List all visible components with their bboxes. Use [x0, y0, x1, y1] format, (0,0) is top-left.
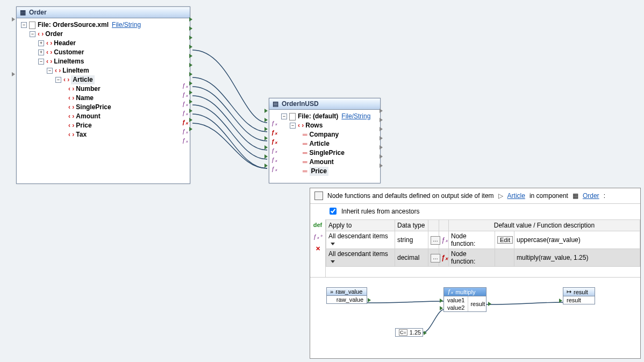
- browse-button[interactable]: …: [431, 254, 440, 262]
- node-lineitem[interactable]: LineItem: [62, 66, 89, 75]
- input-port[interactable]: [264, 152, 269, 161]
- output-port[interactable]: [380, 115, 384, 124]
- output-port[interactable]: [189, 42, 194, 51]
- fx-icon[interactable]: ƒₓ: [270, 165, 278, 174]
- edit-button[interactable]: Edit: [497, 236, 513, 244]
- output-port[interactable]: [189, 106, 194, 115]
- fx-icon[interactable]: ƒₓ: [270, 119, 278, 128]
- input-port[interactable]: [440, 306, 443, 310]
- input-port[interactable]: [264, 143, 269, 152]
- function-canvas[interactable]: »raw_value raw_value C= 1.25 ƒₓmultiply …: [310, 277, 640, 358]
- expander[interactable]: −: [55, 77, 61, 83]
- expander[interactable]: −: [30, 31, 35, 37]
- output-port[interactable]: [380, 106, 384, 115]
- output-port[interactable]: [380, 124, 384, 133]
- order-panel-header[interactable]: ▦ Order: [17, 7, 190, 18]
- input-port[interactable]: [264, 115, 269, 124]
- output-port[interactable]: [189, 115, 194, 124]
- node-amount[interactable]: Amount: [76, 112, 100, 121]
- node-header[interactable]: Header: [54, 39, 76, 48]
- file-type-link[interactable]: File/String: [341, 112, 370, 121]
- fx-icon[interactable]: ƒₓ: [181, 109, 189, 118]
- add-default-button[interactable]: def: [313, 221, 322, 229]
- fx-icon[interactable]: ƒₓ: [181, 81, 189, 90]
- expander[interactable]: −: [21, 22, 27, 28]
- input-port[interactable]: [264, 133, 269, 143]
- fx-icon[interactable]: ƒₓ: [181, 127, 189, 136]
- node-lineitems[interactable]: LineItems: [54, 57, 84, 66]
- node-article[interactable]: Article: [71, 75, 94, 84]
- inherit-checkbox[interactable]: [330, 208, 337, 215]
- expander[interactable]: −: [290, 123, 296, 129]
- input-port[interactable]: [440, 299, 443, 303]
- node-amount[interactable]: Amount: [310, 158, 334, 167]
- fx-icon[interactable]: ƒₓ: [270, 155, 278, 165]
- node-rows[interactable]: Rows: [305, 121, 323, 130]
- dtype-cell[interactable]: decimal: [395, 249, 428, 267]
- node-number[interactable]: Number: [76, 84, 100, 94]
- fx-icon[interactable]: ƒₓ: [270, 128, 278, 137]
- expander[interactable]: +: [38, 49, 44, 55]
- node-price[interactable]: Price: [310, 167, 328, 176]
- input-port[interactable]: [12, 69, 16, 79]
- fx-icon[interactable]: ƒₓ: [270, 137, 278, 146]
- fx-icon[interactable]: ƒₓ: [181, 100, 189, 109]
- add-function-button[interactable]: ƒₓ⁺: [313, 233, 322, 240]
- orderinusd-panel[interactable]: ▤ OrderInUSD − File: (default) File/Stri…: [269, 98, 381, 183]
- file-type-link[interactable]: File/String: [112, 20, 141, 30]
- node-customer[interactable]: Customer: [54, 48, 84, 57]
- output-port[interactable]: [189, 88, 194, 97]
- output-port[interactable]: [380, 143, 384, 152]
- output-port[interactable]: [189, 79, 194, 88]
- expander[interactable]: −: [38, 59, 44, 65]
- order-panel[interactable]: ▦ Order − File: OrdersSource.xml File/St…: [16, 6, 190, 184]
- fx-icon[interactable]: ƒₓ: [181, 118, 189, 127]
- dtype-cell[interactable]: string: [395, 231, 428, 249]
- output-port[interactable]: [368, 298, 371, 302]
- component-link[interactable]: Order: [583, 192, 599, 200]
- output-port[interactable]: [424, 331, 427, 335]
- raw-value-node[interactable]: »raw_value raw_value: [326, 287, 367, 304]
- output-port[interactable]: [380, 161, 384, 170]
- expander[interactable]: +: [38, 40, 44, 46]
- input-port[interactable]: [12, 15, 16, 24]
- delete-button[interactable]: ✕: [313, 245, 322, 252]
- output-port[interactable]: [189, 69, 194, 79]
- apply-cell[interactable]: All descendant items: [326, 231, 395, 249]
- fx-icon[interactable]: ƒₓ: [270, 146, 278, 155]
- input-port[interactable]: [559, 299, 562, 303]
- expander[interactable]: −: [281, 113, 287, 119]
- apply-cell[interactable]: All descendant items: [326, 249, 395, 267]
- constant-node[interactable]: C= 1.25: [395, 328, 423, 337]
- node-price[interactable]: Price: [76, 121, 91, 130]
- output-port[interactable]: [189, 51, 194, 60]
- node-tax[interactable]: Tax: [76, 130, 87, 139]
- node-singleprice[interactable]: SinglePrice: [310, 148, 345, 158]
- fx-icon[interactable]: ƒₓ: [181, 90, 189, 100]
- node-company[interactable]: Company: [310, 130, 339, 139]
- item-link[interactable]: Article: [507, 192, 525, 200]
- output-port[interactable]: [189, 24, 194, 33]
- node-order[interactable]: Order: [45, 30, 63, 39]
- input-port[interactable]: [264, 106, 269, 115]
- result-node[interactable]: ↦result result: [563, 287, 595, 304]
- input-port[interactable]: [264, 124, 269, 133]
- output-port[interactable]: [380, 152, 384, 161]
- node-article[interactable]: Article: [310, 139, 330, 148]
- output-port[interactable]: [189, 124, 194, 133]
- fx-icon[interactable]: ƒₓ: [181, 136, 189, 145]
- orderinusd-panel-header[interactable]: ▤ OrderInUSD: [269, 98, 380, 110]
- output-port[interactable]: [189, 33, 194, 42]
- multiply-node[interactable]: ƒₓmultiply value1 value2 result: [443, 287, 486, 312]
- output-port[interactable]: [189, 60, 194, 69]
- output-port[interactable]: [189, 97, 194, 106]
- col-desc: Default value / Function description: [449, 220, 640, 231]
- input-port[interactable]: [264, 161, 269, 170]
- node-name[interactable]: Name: [76, 94, 94, 103]
- expander[interactable]: −: [47, 68, 53, 74]
- browse-button[interactable]: …: [431, 236, 440, 245]
- output-port[interactable]: [488, 302, 491, 306]
- node-singleprice[interactable]: SinglePrice: [76, 103, 111, 112]
- output-port[interactable]: [189, 15, 194, 24]
- output-port[interactable]: [380, 133, 384, 143]
